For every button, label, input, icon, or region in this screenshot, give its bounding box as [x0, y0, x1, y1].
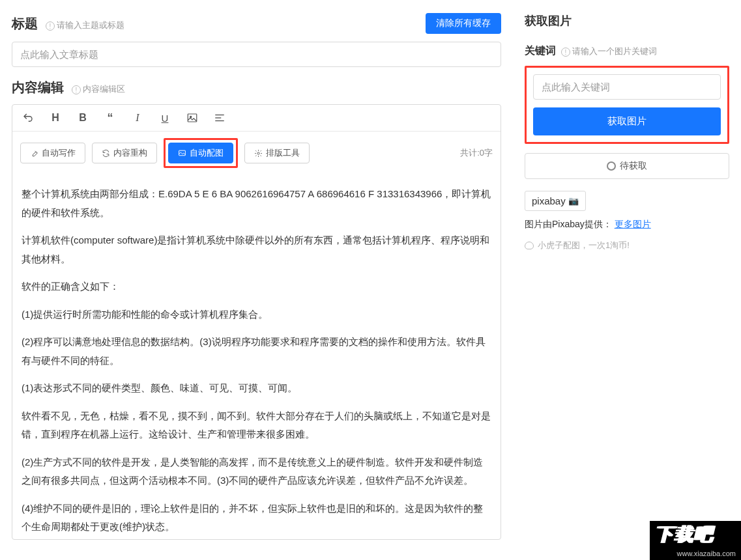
title-hint: !请输入主题或标题 — [46, 20, 124, 30]
title-section-header: 标题 !请输入主题或标题 清除所有缓存 — [12, 13, 501, 34]
image-panel-title: 获取图片 — [525, 13, 729, 29]
paragraph: (1)表达形式不同的硬件类型、颜色、味道、可见、可摸、可闻。 — [22, 379, 491, 398]
paragraph: (1)提供运行时所需功能和性能的命令或计算机程序集合。 — [22, 305, 491, 324]
provided-by-text: 图片由Pixabay提供： 更多图片 — [525, 219, 729, 231]
paragraph: (2)程序可以满意地处理信息的数据结构。(3)说明程序功能要求和程序需要的文档的… — [22, 333, 491, 370]
paragraph: 软件的正确含义如下： — [22, 277, 491, 296]
paragraph: (4)维护不同的硬件是旧的，理论上软件是旧的，并不坏，但实际上软件也是旧的和坏的… — [22, 499, 491, 537]
image-icon[interactable] — [184, 110, 200, 126]
main-editor-panel: 标题 !请输入主题或标题 清除所有缓存 内容编辑 !内容编辑区 — [0, 0, 513, 560]
heading-icon[interactable]: H — [48, 110, 63, 126]
quote-icon[interactable]: “ — [102, 110, 118, 126]
content-section-header: 内容编辑 !内容编辑区 — [12, 79, 501, 96]
paragraph: 整个计算机系统由两部分组成：E.69DA 5 E 6 BA 9062616964… — [22, 185, 491, 222]
restructure-button[interactable]: 内容重构 — [92, 143, 157, 163]
word-count: 共计:0字 — [460, 147, 493, 159]
bold-icon[interactable]: B — [75, 110, 91, 126]
title-label: 标题 — [12, 16, 38, 31]
footer-note: 小虎子配图，一次1淘币! — [525, 240, 729, 251]
article-title-input[interactable] — [12, 42, 501, 67]
info-icon: ! — [46, 21, 55, 31]
paragraph: 计算机软件(computer software)是指计算机系统中除硬件以外的所有… — [22, 231, 491, 268]
auto-write-button[interactable]: 自动写作 — [20, 143, 85, 163]
clear-cache-button[interactable]: 清除所有缓存 — [426, 13, 501, 34]
fetch-image-button[interactable]: 获取图片 — [533, 107, 721, 135]
content-label: 内容编辑 — [12, 80, 64, 94]
spinner-icon — [607, 161, 616, 171]
layout-tools-button[interactable]: 排版工具 — [244, 143, 310, 163]
image-panel: 获取图片 关键词 !请输入一个图片关键词 获取图片 待获取 pixabay 📷 … — [513, 0, 741, 560]
italic-icon[interactable]: I — [130, 110, 145, 126]
paragraph: 软件看不见，无色，枯燥，看不见，摸不到，闻不到。软件大部分存在于人们的头脑或纸上… — [22, 407, 491, 444]
align-left-icon[interactable] — [212, 110, 227, 126]
pending-button[interactable]: 待获取 — [525, 153, 729, 179]
more-images-link[interactable]: 更多图片 — [615, 219, 651, 229]
content-hint: !内容编辑区 — [72, 84, 125, 94]
format-toolbar: H B “ I U — [12, 105, 501, 132]
editor-box: H B “ I U 自动写作 — [12, 104, 501, 540]
undo-icon[interactable] — [20, 110, 36, 126]
svg-point-6 — [257, 152, 259, 154]
info-icon: ! — [561, 48, 570, 57]
underline-icon[interactable]: U — [157, 110, 173, 126]
highlight-keyword-box: 获取图片 — [525, 66, 729, 144]
svg-rect-0 — [188, 114, 197, 122]
camera-icon: 📷 — [568, 196, 579, 206]
watermark: 下载吧 www.xiazaiba.com — [650, 521, 741, 560]
paragraph: (2)生产方式不同的软件是开发，是人类智能的高发挥，而不是传统意义上的硬件制造。… — [22, 453, 491, 490]
keyword-label: 关键词 — [525, 44, 556, 58]
auto-image-button[interactable]: 自动配图 — [168, 143, 233, 163]
highlight-auto-image: 自动配图 — [164, 138, 238, 168]
editor-content[interactable]: 整个计算机系统由两部分组成：E.69DA 5 E 6 BA 9062616964… — [12, 175, 501, 539]
keyword-input[interactable] — [533, 74, 721, 100]
info-icon: ! — [72, 85, 81, 94]
pixabay-badge: pixabay 📷 — [525, 191, 586, 211]
piggy-icon — [525, 242, 534, 249]
action-toolbar: 自动写作 内容重构 自动配图 排版工具 — [12, 132, 501, 175]
keyword-hint: !请输入一个图片关键词 — [561, 46, 657, 57]
